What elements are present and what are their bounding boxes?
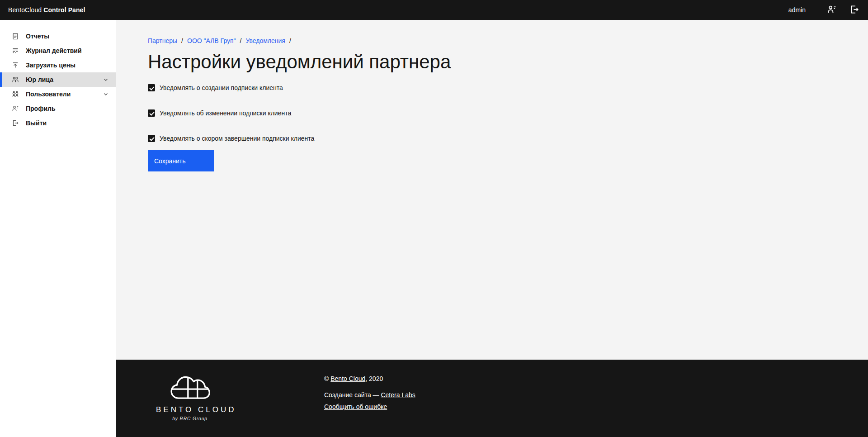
notify-subscription-changed-checkbox[interactable] <box>148 109 155 117</box>
user-profile-icon <box>827 5 837 16</box>
footer-logo: BENTO CLOUD by RRC Group <box>156 373 224 421</box>
page-title: Настройки уведомлений партнера <box>148 51 850 73</box>
notify-subscription-created-row[interactable]: Уведомлять о создании подписки клиента <box>148 84 283 91</box>
breadcrumb: Партнеры/ООО "АЛВ Груп"/Уведомления/ <box>148 37 850 44</box>
notify-subscription-created-checkbox[interactable] <box>148 84 155 91</box>
chevron-down-icon[interactable] <box>102 90 109 98</box>
profile-button[interactable] <box>825 3 839 17</box>
bento-cloud-logo-icon <box>156 373 224 401</box>
footer: BENTO CLOUD by RRC Group © Bento Cloud, … <box>116 360 868 437</box>
sidebar-item-label: Выйти <box>26 119 109 127</box>
logout-icon <box>12 119 19 127</box>
footer-bento-cloud-link[interactable]: Bento Cloud <box>330 375 365 382</box>
breadcrumb-separator: / <box>181 37 183 44</box>
sidebar-item-label: Пользователи <box>26 90 95 98</box>
sidebar-item-label: Профиль <box>26 105 109 112</box>
footer-report-error-link[interactable]: Сообщить об ошибке <box>324 403 387 410</box>
footer-copyright-suffix: , 2020 <box>365 375 383 382</box>
sidebar: Отчеты Журнал действий За <box>0 20 116 437</box>
footer-copyright-prefix: © <box>324 375 330 382</box>
checkbox-label: Уведомлять об изменении подписки клиента <box>160 109 291 117</box>
app-title: BentoCloud Control Panel <box>8 6 85 14</box>
page-layout: Отчеты Журнал действий За <box>0 20 868 437</box>
sidebar-item-reports[interactable]: Отчеты <box>0 29 116 43</box>
save-button[interactable]: Сохранить <box>148 150 214 171</box>
sidebar-item-label: Журнал действий <box>26 47 109 54</box>
sidebar-item-action-log[interactable]: Журнал действий <box>0 43 116 58</box>
main-content: Партнеры/ООО "АЛВ Груп"/Уведомления/ Нас… <box>116 20 868 360</box>
breadcrumb-link-notifications[interactable]: Уведомления <box>245 37 285 44</box>
main-area: Партнеры/ООО "АЛВ Груп"/Уведомления/ Нас… <box>116 20 868 437</box>
users-icon <box>12 90 19 98</box>
sidebar-item-label: Юр лица <box>26 76 95 83</box>
sidebar-item-logout[interactable]: Выйти <box>0 116 116 130</box>
notify-subscription-changed-row[interactable]: Уведомлять об изменении подписки клиента <box>148 109 291 117</box>
checkbox-label: Уведомлять о создании подписки клиента <box>160 84 283 91</box>
app-title-regular: BentoCloud <box>8 6 42 14</box>
app-title-bold: Control Panel <box>43 6 85 14</box>
footer-copyright: © Bento Cloud, 2020 <box>324 375 415 383</box>
notify-subscription-ending-row[interactable]: Уведомлять о скором завершении подписки … <box>148 135 314 142</box>
notify-subscription-ending-checkbox[interactable] <box>148 135 155 142</box>
logout-icon <box>849 5 859 16</box>
sidebar-item-users[interactable]: Пользователи <box>0 87 116 101</box>
chevron-down-icon[interactable] <box>102 76 109 83</box>
breadcrumb-link-partner[interactable]: ООО "АЛВ Груп" <box>187 37 236 44</box>
sidebar-item-label: Загрузить цены <box>26 62 109 69</box>
sidebar-item-upload-prices[interactable]: Загрузить цены <box>0 58 116 72</box>
top-bar: BentoCloud Control Panel admin <box>0 0 868 20</box>
breadcrumb-separator: / <box>289 37 291 44</box>
user-profile-icon <box>12 105 19 112</box>
top-bar-right: admin <box>788 3 862 17</box>
footer-text: © Bento Cloud, 2020 Создание сайта — Cet… <box>324 375 415 411</box>
footer-credits: Создание сайта — Cetera Labs <box>324 391 415 399</box>
action-log-icon <box>12 47 19 54</box>
logout-button[interactable] <box>847 3 862 17</box>
report-icon <box>12 33 19 40</box>
username: admin <box>788 6 806 14</box>
upload-icon <box>12 62 19 69</box>
breadcrumb-separator: / <box>240 37 242 44</box>
footer-report-line: Сообщить об ошибке <box>324 403 415 411</box>
footer-credits-prefix: Создание сайта — <box>324 391 381 399</box>
footer-logo-subtitle: by RRC Group <box>156 416 224 421</box>
legal-entities-icon <box>12 76 19 83</box>
breadcrumb-link-partners[interactable]: Партнеры <box>148 37 177 44</box>
footer-cetera-labs-link[interactable]: Cetera Labs <box>381 391 415 399</box>
sidebar-item-label: Отчеты <box>26 33 109 40</box>
sidebar-item-profile[interactable]: Профиль <box>0 101 116 116</box>
sidebar-item-legal-entities[interactable]: Юр лица <box>0 72 116 87</box>
footer-logo-title: BENTO CLOUD <box>156 405 224 414</box>
checkbox-label: Уведомлять о скором завершении подписки … <box>160 135 314 142</box>
